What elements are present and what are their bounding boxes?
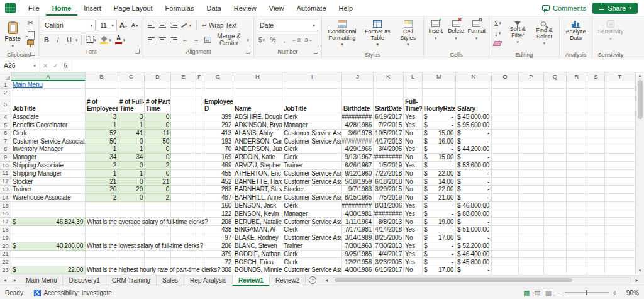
fill-color-button[interactable]: ▾ xyxy=(99,33,113,46)
cell-H22[interactable]: BOSCH, Erica xyxy=(233,258,282,266)
scroll-down-icon[interactable]: ▼ xyxy=(638,268,642,273)
horizontal-scrollbar-thumb[interactable] xyxy=(335,278,572,282)
cell-A10[interactable]: Shipping Associate xyxy=(11,162,86,170)
cell-Q4[interactable] xyxy=(544,113,567,121)
cell-I9[interactable]: Clerk xyxy=(282,154,342,162)
cell-A5[interactable]: Benefits Coordinator xyxy=(11,121,86,130)
column-header-j[interactable]: J xyxy=(342,72,374,81)
cell-J18[interactable]: 7/17/1981 xyxy=(342,226,374,234)
cell-L9[interactable]: No xyxy=(404,154,423,162)
cell-R16[interactable] xyxy=(567,210,587,218)
cell-E22[interactable] xyxy=(171,258,196,266)
cell-M8[interactable]: $- xyxy=(423,145,456,154)
column-header-e[interactable]: E xyxy=(171,72,196,81)
ribbon-tab-insert[interactable]: Insert xyxy=(77,0,108,16)
share-button[interactable]: ↑ Share ▾ xyxy=(592,3,638,14)
cell-K18[interactable]: 4/14/2018 xyxy=(374,226,404,234)
cell-D21[interactable] xyxy=(145,251,171,259)
cell-A21[interactable] xyxy=(11,251,86,259)
cell-D9[interactable]: 0 xyxy=(145,154,171,162)
decrease-decimal-button[interactable]: .0→ xyxy=(303,33,313,46)
cell-B18[interactable] xyxy=(86,226,118,234)
cell-T13[interactable] xyxy=(605,186,635,194)
cell-G12[interactable]: 452 xyxy=(203,178,233,186)
cell-J13[interactable]: 9/7/1983 xyxy=(342,186,374,194)
cell-O15[interactable] xyxy=(492,202,519,210)
cell-H10[interactable]: ARVIZU, Stephen xyxy=(233,162,282,170)
cell-C19[interactable] xyxy=(118,234,145,242)
row-header-14[interactable]: 14 xyxy=(0,194,11,202)
cell-B9[interactable]: 34 xyxy=(86,154,118,162)
increase-indent-button[interactable]: → xyxy=(191,33,201,46)
row-header-11[interactable]: 11 xyxy=(0,170,11,178)
cell-O13[interactable] xyxy=(492,186,519,194)
cell-L2[interactable] xyxy=(404,89,423,96)
page-break-view-button[interactable]: ▥ xyxy=(545,289,552,297)
cell-H16[interactable]: BENSON, Kevin xyxy=(233,210,282,218)
cell-I5[interactable]: Manager xyxy=(282,121,342,130)
cell-E8[interactable] xyxy=(171,145,196,154)
ribbon-tab-help[interactable]: Help xyxy=(333,0,360,16)
ribbon-tab-review[interactable]: Review xyxy=(228,0,263,16)
cell-M9[interactable]: $15.00 xyxy=(423,154,456,162)
cell-M15[interactable]: $- xyxy=(423,202,456,210)
cell-I18[interactable]: Clerk xyxy=(282,226,342,234)
column-header-s[interactable]: S xyxy=(587,72,605,81)
scroll-left-icon[interactable]: ◄ xyxy=(321,278,331,283)
cell-D10[interactable]: 2 xyxy=(145,162,171,170)
cell-L20[interactable]: Yes xyxy=(404,242,423,251)
cell-A13[interactable]: Trainer xyxy=(11,186,86,194)
cell-A17[interactable]: $46,824.39 xyxy=(11,218,86,226)
cell-N13[interactable]: $- xyxy=(456,186,492,194)
sensitivity-button[interactable]: Sensitivity ▾ xyxy=(595,18,626,51)
sheet-tab-review1[interactable]: Review1 xyxy=(233,274,270,286)
column-header-o[interactable]: O xyxy=(492,72,519,81)
cell-A8[interactable]: Inventory Manager xyxy=(11,145,86,154)
cell-Q11[interactable] xyxy=(544,170,567,178)
cell-C10[interactable]: 0 xyxy=(118,162,145,170)
cell-B16[interactable] xyxy=(86,210,118,218)
cell-P5[interactable] xyxy=(519,121,544,130)
cell-C13[interactable]: 20 xyxy=(118,186,145,194)
cell-G9[interactable]: 169 xyxy=(203,154,233,162)
cell-J12[interactable]: 5/18/1959 xyxy=(342,178,374,186)
align-middle-button[interactable] xyxy=(157,19,167,31)
cell-O16[interactable] xyxy=(492,210,519,218)
row-header-12[interactable]: 12 xyxy=(0,178,11,186)
ribbon-tab-automate[interactable]: Automate xyxy=(290,0,332,16)
cell-E18[interactable] xyxy=(171,226,196,234)
cell-C5[interactable]: 1 xyxy=(118,121,145,130)
cell-I11[interactable]: Customer Service Associate xyxy=(282,170,342,178)
cell-G20[interactable]: 206 xyxy=(203,242,233,251)
cell-C3[interactable]: # of Full- Time xyxy=(118,96,145,113)
cell-P18[interactable] xyxy=(519,226,544,234)
cell-Q3[interactable] xyxy=(544,96,567,113)
cell-I15[interactable]: Clerk xyxy=(282,202,342,210)
scroll-right-icon[interactable]: ► xyxy=(632,278,642,283)
cell-T16[interactable] xyxy=(605,210,635,218)
cell-P8[interactable] xyxy=(519,145,544,154)
cell-T22[interactable] xyxy=(605,258,635,266)
zoom-level[interactable]: 90% xyxy=(621,290,639,296)
align-top-button[interactable] xyxy=(146,19,156,31)
cell-K22[interactable]: 3/23/2005 xyxy=(374,258,404,266)
cell-T18[interactable] xyxy=(605,226,635,234)
sheet-tab-discovery1[interactable]: Discovery1 xyxy=(63,274,106,286)
cell-R2[interactable] xyxy=(567,89,587,96)
cell-J15[interactable]: ######### xyxy=(342,202,374,210)
cell-L14[interactable]: No xyxy=(404,194,423,202)
underline-button[interactable]: U xyxy=(64,33,74,46)
cell-C15[interactable] xyxy=(118,202,145,210)
cell-Q21[interactable] xyxy=(544,251,567,259)
sheet-tab-rep-analysis[interactable]: Rep Analysis xyxy=(184,274,233,286)
cell-N11[interactable]: $- xyxy=(456,170,492,178)
cell-K9[interactable]: ######### xyxy=(374,154,404,162)
cell-C4[interactable]: 3 xyxy=(118,113,145,121)
cell-B13[interactable]: 20 xyxy=(86,186,118,194)
cell-H7[interactable]: ANDERSON, Candace xyxy=(233,137,282,145)
cell-I8[interactable]: Clerk xyxy=(282,145,342,154)
cell-E10[interactable] xyxy=(171,162,196,170)
cell-M21[interactable]: $- xyxy=(423,251,456,259)
cell-L5[interactable]: Yes xyxy=(404,121,423,130)
cell-O22[interactable] xyxy=(492,258,519,266)
